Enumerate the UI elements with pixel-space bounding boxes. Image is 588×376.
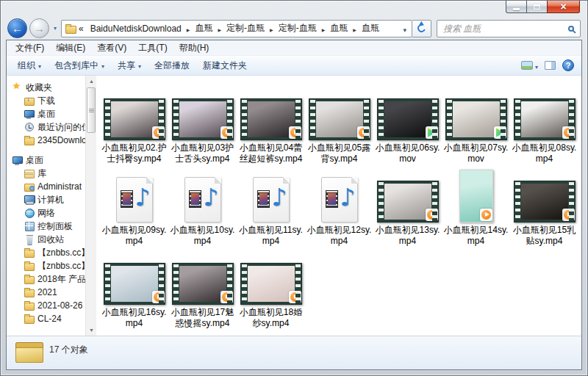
toolbar-button[interactable]: 组织 [11,57,48,75]
sidebar-item[interactable]: 回收站 [7,233,85,246]
breadcrumb-item[interactable]: 血瓶 [327,21,351,36]
breadcrumb-separator-icon [320,22,328,35]
help-button[interactable] [562,59,574,71]
thumbnail-image [453,101,500,137]
file-thumbnail-area [309,86,370,140]
file-item[interactable]: 小血瓶初见16sy.mp4 [100,250,168,329]
toolbar-button-label: 新建文件夹 [203,59,247,72]
breadcrumb-item[interactable]: 血瓶 [359,21,382,36]
close-button[interactable] [547,1,580,13]
back-button[interactable] [7,18,27,38]
sidebar-item[interactable]: 桌面 [7,107,85,120]
file-item[interactable]: 小血瓶初见07sy.mov [442,86,510,164]
sidebar-item[interactable]: 2345Downlo [7,134,85,147]
menubar-item[interactable]: 编辑(E) [50,40,91,56]
sidebar-item[interactable]: 【znbbs.cc】 [7,259,85,272]
file-item[interactable]: 小血瓶初见02.护士抖臀sy.mp4 [100,86,168,164]
thumbnail-image [179,266,226,302]
file-item[interactable]: 小血瓶初见18婚纱sy.mp4 [237,250,305,329]
video-thumbnail [104,98,165,140]
scroll-down-icon[interactable] [86,325,97,336]
menubar-item[interactable]: 帮助(H) [173,40,215,56]
address-dropdown-icon[interactable] [401,22,409,35]
play-overlay-icon [562,209,575,221]
file-item[interactable]: 小血瓶初见05露背sy.mp4 [305,86,373,164]
file-item[interactable]: 小血瓶初见03护士舌头sy.mp4 [168,86,237,164]
chevron-down-icon [535,59,538,72]
file-thumbnail-area: ♪ [321,168,358,223]
title-bar[interactable] [1,1,587,17]
sidebar-item[interactable]: 计算机 [7,193,85,206]
sidebar-item[interactable]: 最近访问的位 [7,120,85,134]
menubar-item[interactable]: 工具(T) [132,40,173,56]
sidebar-item-label: 计算机 [37,194,64,206]
folder-large-icon [15,340,43,364]
sidebar-item-label: 2018年 产品 [37,273,85,286]
folder-icon [24,261,35,271]
search-input[interactable] [442,23,565,35]
toolbar-buttons: 组织包含到库中共享全部播放新建文件夹 [11,57,254,75]
change-view-button[interactable] [521,59,538,72]
user-icon [24,181,35,192]
file-item[interactable]: 小血瓶初见14sy.mp4 [442,168,510,247]
play-overlay-icon [289,126,301,139]
file-name: 小血瓶初见06sy.mov [374,142,442,164]
file-item[interactable]: 小血瓶初见13sy.mp4 [373,168,442,247]
sidebar-item[interactable]: 网络 [7,206,85,220]
toolbar-button[interactable]: 共享 [111,57,148,75]
breadcrumb-overflow-indicator[interactable]: « [79,24,84,34]
file-item[interactable]: ♪小血瓶初见12sy.mp4 [305,168,373,247]
video-thumbnail [377,181,439,223]
file-item[interactable]: 小血瓶初见06sy.mov [373,86,442,164]
breadcrumb-item[interactable]: 血瓶 [192,21,215,36]
sidebar-item[interactable]: 桌面 [7,153,85,167]
breadcrumb-item[interactable]: 定制-血瓶 [276,21,320,36]
sidebar-item[interactable]: 2018年 产品 [7,272,85,286]
file-item[interactable]: ♪小血瓶初见11sy.mp4 [237,168,305,247]
sidebar-item[interactable]: 2021 [7,286,85,299]
maximize-button[interactable] [526,1,548,13]
scroll-up-icon[interactable] [86,76,97,87]
breadcrumb-item[interactable]: BaiduNetdiskDownload [87,22,184,35]
file-thumbnail-area [104,86,165,140]
breadcrumb-item[interactable]: 定制-血瓶 [223,21,268,36]
menu-bar: 文件(F)编辑(E)查看(V)工具(T)帮助(H) [7,40,581,56]
music-note-icon: ♪ [135,185,150,209]
minimize-icon [513,8,520,10]
sidebar-item[interactable]: 【znbbs.cc】 [7,246,85,259]
file-item[interactable]: 小血瓶初见04蕾丝超短裤sy.mp4 [237,86,305,164]
address-bar[interactable]: « BaiduNetdiskDownload血瓶定制-血瓶定制-血瓶血瓶血瓶 [61,20,412,37]
file-item[interactable]: 小血瓶初见08sy.mp4 [510,86,578,164]
sidebar-item[interactable]: 控制面板 [7,220,85,233]
sidebar-item[interactable]: CL-24 [7,312,85,325]
libraries-icon [24,168,35,178]
media-file-icon: ♪ [321,177,358,223]
forward-button[interactable] [29,18,49,38]
toolbar-button[interactable]: 新建文件夹 [196,57,254,75]
sidebar-item[interactable]: 下载 [7,94,85,107]
toolbar-button[interactable]: 包含到库中 [48,57,111,75]
sidebar-item[interactable]: Administrat [7,180,85,193]
sidebar-item[interactable]: 库 [7,167,85,180]
file-item[interactable]: ♪小血瓶初见10sy.mp4 [168,168,237,247]
minimize-button[interactable] [506,1,527,13]
refresh-button[interactable] [412,20,431,37]
desktop-icon [12,155,24,165]
preview-pane-button[interactable] [545,61,556,70]
sidebar-item[interactable]: 2021-08-26 [7,299,85,312]
menubar-item[interactable]: 文件(F) [10,40,50,56]
menubar-item[interactable]: 查看(V) [91,40,132,56]
downloads-icon [24,95,35,106]
sidebar-item-label: 桌面 [37,108,55,120]
file-item[interactable]: 小血瓶初见17魅惑慢摇sy.mp4 [168,250,237,329]
recent-pages-dropdown[interactable] [51,25,59,32]
scrollbar-thumb[interactable] [87,87,96,133]
toolbar-button[interactable]: 全部播放 [148,57,196,75]
sidebar-scrollbar[interactable] [85,76,96,336]
play-overlay-icon [152,126,165,139]
sidebar-item[interactable]: 收藏夹 [7,81,85,94]
file-item[interactable]: ♪小血瓶初见09sy.mp4 [100,168,168,247]
file-item[interactable]: 小血瓶初见15乳贴sy.mp4 [510,168,578,247]
toolbar-button-label: 组织 [18,59,35,72]
refresh-icon [416,23,427,34]
